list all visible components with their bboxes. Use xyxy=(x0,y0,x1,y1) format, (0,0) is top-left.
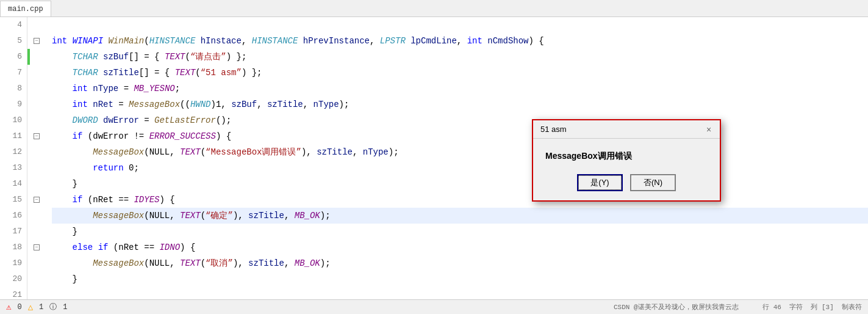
func-messagebox1: MessageBox xyxy=(129,97,180,112)
warning-icon: △ xyxy=(28,302,33,312)
param-sztitle5: szTitle xyxy=(248,255,284,271)
str-msgboxerr: “MessageBox调用错误” xyxy=(206,144,301,160)
collapse-icon-18[interactable]: − xyxy=(34,244,40,250)
line-num-9: 9 xyxy=(0,97,22,112)
code-line-4 xyxy=(52,17,868,33)
func-winmain: WinMain xyxy=(108,33,144,49)
func-messagebox3: MessageBox xyxy=(93,208,144,224)
kw-int2: int xyxy=(467,33,482,49)
code-line-12: MessageBox(NULL, TEXT(“MessageBox调用错误”),… xyxy=(52,144,868,160)
kw-if1: if xyxy=(73,128,83,144)
param-sztitle2: szTitle xyxy=(267,97,303,112)
warning-count: 1 xyxy=(39,303,43,312)
macro-text5: TEXT xyxy=(180,255,201,271)
dialog-close-button[interactable]: × xyxy=(703,123,715,136)
kw-int3: int xyxy=(73,81,88,97)
type-dword: DWORD xyxy=(73,112,98,128)
gutter-19 xyxy=(27,255,46,271)
tab-main-cpp[interactable]: main.cpp xyxy=(0,1,51,16)
param-hinstace: hInstace xyxy=(201,33,242,49)
type-lpstr: LPSTR xyxy=(380,33,406,49)
line-num-7: 7 xyxy=(0,65,22,81)
line-num-20: 20 xyxy=(0,271,22,287)
line-num-16: 16 xyxy=(0,208,22,224)
collapse-icon-15[interactable]: − xyxy=(34,197,40,203)
param-szbuf: szBuf xyxy=(103,49,129,65)
gutter-14 xyxy=(27,176,46,192)
param-nret: nRet xyxy=(93,97,113,112)
collapse-icon-11[interactable]: − xyxy=(34,133,40,139)
code-line-9: int nRet = MessageBox((HWND)1, szBuf, sz… xyxy=(52,97,868,112)
macro-text2: TEXT xyxy=(175,65,196,81)
kw-return1: return xyxy=(93,160,123,176)
code-line-20: } xyxy=(52,271,868,287)
gutter-6 xyxy=(27,49,46,65)
type-hinstance1: HINSTANCE xyxy=(149,33,196,49)
macro-text4: TEXT xyxy=(180,208,201,224)
tab-label: main.cpp xyxy=(8,5,43,13)
code-line-7: TCHAR szTitle[] = { TEXT(“51 asm”) }; xyxy=(52,65,868,81)
kw-if3: if xyxy=(98,239,109,255)
param-ncmdshow: nCmdShow xyxy=(487,33,528,49)
code-line-15: if (nRet == IDYES) { xyxy=(52,192,868,208)
func-getlasterror: GetLastError xyxy=(154,112,216,128)
line-num-10: 10 xyxy=(0,112,22,128)
macro-idno: IDNO xyxy=(159,239,180,255)
gutter-17 xyxy=(27,224,46,239)
macro-idyes: IDYES xyxy=(134,192,159,208)
line-num-13: 13 xyxy=(0,160,22,176)
code-line-5: int WINAPI WinMain(HINSTANCE hInstace, H… xyxy=(52,33,868,49)
line-num-8: 8 xyxy=(0,81,22,97)
param-dwerror: dwError xyxy=(103,112,139,128)
type-hinstance2: HINSTANCE xyxy=(252,33,298,49)
line-num-19: 19 xyxy=(0,255,22,271)
info-icon: ⓘ xyxy=(49,302,57,312)
code-content: 4 5 6 7 8 9 10 11 12 13 14 15 16 17 18 1… xyxy=(0,17,868,313)
type-tchar2: TCHAR xyxy=(73,65,98,81)
code-line-6: TCHAR szBuf[] = { TEXT(“请点击”) }; xyxy=(52,49,868,65)
position-text: 行 46 字符 列 [3] 制表符 xyxy=(762,304,862,311)
code-lines[interactable]: int WINAPI WinMain(HINSTANCE hInstace, H… xyxy=(46,17,868,313)
gutter-9 xyxy=(27,97,46,112)
param-sztitle3: szTitle xyxy=(317,144,353,160)
param-sztitle: szTitle xyxy=(103,65,139,81)
collapse-icon-5[interactable]: − xyxy=(34,38,40,44)
param-szbuf2: szBuf xyxy=(231,97,257,112)
gutter: − − − − xyxy=(27,17,46,313)
kw-if2: if xyxy=(73,192,83,208)
str-quxiao: “取消” xyxy=(206,255,233,271)
dialog-no-button[interactable]: 否(N) xyxy=(630,174,676,191)
error-icon: ⚠ xyxy=(6,302,11,312)
dialog-message: MessageBox调用错误 xyxy=(545,151,708,162)
kw-int4: int xyxy=(73,97,88,112)
info-count: 1 xyxy=(63,303,67,312)
line-numbers: 4 5 6 7 8 9 10 11 12 13 14 15 16 17 18 1… xyxy=(0,17,27,313)
gutter-11[interactable]: − xyxy=(27,128,46,144)
kw-winapi: WINAPI xyxy=(73,33,103,49)
macro-mb-ok2: MB_OK xyxy=(295,255,320,271)
type-hwnd: HWND xyxy=(190,97,211,112)
func-messagebox2: MessageBox xyxy=(93,144,144,160)
line-num-18: 18 xyxy=(0,239,22,255)
str-51asm: “51 asm” xyxy=(201,65,242,81)
gutter-15[interactable]: − xyxy=(27,192,46,208)
dialog-buttons: 是(Y) 否(N) xyxy=(545,174,708,191)
gutter-18[interactable]: − xyxy=(27,239,46,255)
code-editor: main.cpp 4 5 6 7 8 9 10 11 12 13 14 15 1… xyxy=(0,0,868,314)
gutter-5[interactable]: − xyxy=(27,33,46,49)
status-left: ⚠ 0 △ 1 ⓘ 1 xyxy=(6,302,67,312)
dialog-yes-button[interactable]: 是(Y) xyxy=(577,174,623,191)
gutter-8 xyxy=(27,81,46,97)
gutter-20 xyxy=(27,271,46,287)
line-num-15: 15 xyxy=(0,192,22,208)
gutter-4 xyxy=(27,17,46,33)
status-watermark: CSDN @谌美不及玲珑心，败屏扶我青云志 行 46 字符 列 [3] 制表符 xyxy=(614,302,862,312)
code-line-17: } xyxy=(52,224,868,239)
gutter-12 xyxy=(27,144,46,160)
dialog-title: 51 asm xyxy=(540,125,567,134)
code-line-10: DWORD dwError = GetLastError(); xyxy=(52,112,868,128)
plain-paren: ( xyxy=(144,33,149,49)
code-line-8: int nType = MB_YESNO; xyxy=(52,81,868,97)
modified-bar-6 xyxy=(27,49,30,65)
param-ntype3: nType xyxy=(363,144,389,160)
